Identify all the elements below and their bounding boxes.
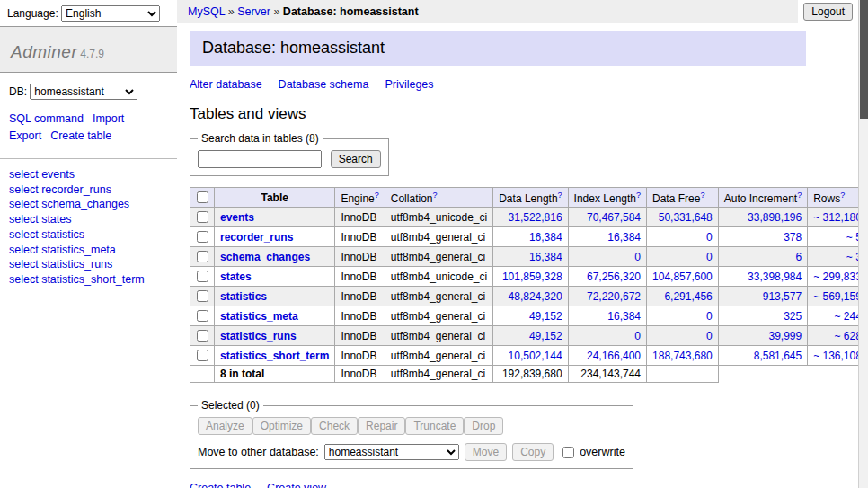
help-link[interactable]: ? — [558, 192, 562, 205]
link-alter-database[interactable]: Alter database — [190, 78, 262, 91]
data-free-link[interactable]: 0 — [706, 251, 713, 263]
sidebar-link-create-table[interactable]: Create table — [50, 129, 111, 142]
rows-link[interactable]: ~ 312,180 — [813, 211, 862, 224]
index-length-link[interactable]: 67,256,320 — [587, 271, 641, 283]
data-free-link[interactable]: 0 — [706, 231, 713, 244]
data-length-link[interactable]: 101,859,328 — [502, 271, 562, 283]
language-select[interactable]: English — [61, 5, 160, 22]
sidebar-link-import[interactable]: Import — [93, 112, 124, 125]
analyze-button[interactable]: Analyze — [198, 417, 252, 435]
data-length-link[interactable]: 10,502,144 — [509, 350, 562, 362]
table-link-events[interactable]: events — [220, 211, 254, 224]
row-checkbox-schema-changes[interactable] — [197, 251, 208, 262]
move-db-select[interactable]: homeassistant — [324, 444, 459, 460]
logout-button[interactable]: Logout — [803, 3, 853, 21]
overwrite-checkbox[interactable] — [562, 447, 574, 458]
auto-increment-link[interactable]: 378 — [784, 231, 802, 244]
table-link-schema-changes[interactable]: schema_changes — [220, 251, 310, 263]
search-button[interactable]: Search — [331, 150, 381, 168]
breadcrumb-link-mysql[interactable]: MySQL — [188, 5, 225, 18]
sidebar-item-select-states[interactable]: select states — [9, 213, 71, 226]
rows-link[interactable]: ~ 299,833 — [813, 271, 862, 283]
totals-empty — [718, 366, 807, 383]
sidebar-item-select-statistics[interactable]: select statistics — [9, 228, 84, 241]
data-free-link[interactable]: 0 — [706, 330, 713, 342]
index-length-link[interactable]: 0 — [634, 330, 641, 342]
help-link[interactable]: ? — [797, 192, 802, 205]
rows-link[interactable]: ~ 136,108 — [813, 350, 862, 362]
link-database-schema[interactable]: Database schema — [279, 78, 369, 91]
auto-increment-link[interactable]: 325 — [784, 310, 802, 323]
sidebar-item-select-statistics-meta[interactable]: select statistics_meta — [9, 244, 116, 256]
help-link[interactable]: ? — [700, 192, 704, 205]
sidebar-link-sql-command[interactable]: SQL command — [9, 112, 84, 125]
sidebar-item-select-recorder-runs[interactable]: select recorder_runs — [9, 183, 111, 196]
breadcrumb-link-server[interactable]: Server — [237, 5, 270, 18]
row-checkbox-states[interactable] — [197, 271, 208, 282]
app-name[interactable]: Adminer — [11, 42, 77, 61]
data-length-link[interactable]: 16,384 — [529, 251, 562, 263]
data-length-link[interactable]: 31,522,816 — [509, 211, 562, 224]
index-length-link[interactable]: 16,384 — [607, 310, 641, 323]
select-all-checkbox[interactable] — [197, 191, 208, 203]
auto-increment-link[interactable]: 33,898,196 — [748, 211, 802, 224]
sidebar-item-select-statistics-runs[interactable]: select statistics_runs — [9, 258, 112, 271]
index-length-link[interactable]: 0 — [634, 251, 641, 263]
scrollbar[interactable] — [858, 0, 868, 488]
row-checkbox-recorder-runs[interactable] — [197, 231, 208, 243]
rows-link[interactable]: ~ 569,159 — [813, 290, 862, 303]
data-length-link[interactable]: 48,824,320 — [509, 290, 562, 303]
table-link-recorder-runs[interactable]: recorder_runs — [220, 231, 293, 244]
table-link-states[interactable]: states — [220, 271, 252, 283]
sidebar-item-select-events[interactable]: select events — [9, 168, 75, 181]
data-length-link[interactable]: 49,152 — [529, 330, 562, 342]
db-select[interactable]: homeassistant — [30, 84, 137, 100]
link-create-table[interactable]: Create table — [190, 482, 251, 488]
table-link-statistics[interactable]: statistics — [220, 290, 267, 303]
link-privileges[interactable]: Privileges — [385, 78, 433, 91]
move-button[interactable]: Move — [465, 443, 507, 461]
row-checkbox-statistics[interactable] — [197, 290, 208, 302]
help-link[interactable]: ? — [375, 192, 379, 205]
auto-increment-link[interactable]: 6 — [795, 251, 802, 263]
data-free-link[interactable]: 6,291,456 — [664, 290, 712, 303]
repair-button[interactable]: Repair — [358, 417, 405, 435]
data-free-link[interactable]: 0 — [706, 310, 713, 323]
data-free-link[interactable]: 104,857,600 — [652, 271, 713, 283]
index-length-link[interactable]: 72,220,672 — [587, 290, 641, 303]
index-length-link[interactable]: 24,166,400 — [587, 350, 641, 362]
auto-increment-link[interactable]: 33,398,984 — [748, 271, 802, 283]
drop-button[interactable]: Drop — [464, 417, 503, 435]
optimize-button[interactable]: Optimize — [252, 417, 311, 435]
auto-increment-link[interactable]: 913,577 — [763, 290, 802, 303]
table-link-statistics-meta[interactable]: statistics_meta — [220, 310, 298, 323]
index-length-link[interactable]: 16,384 — [607, 231, 641, 244]
row-checkbox-events[interactable] — [197, 211, 208, 223]
data-free-link[interactable]: 188,743,680 — [652, 350, 713, 362]
help-link[interactable]: ? — [840, 192, 845, 205]
list-item: select schema_changes — [9, 198, 168, 211]
auto-increment-link[interactable]: 8,581,645 — [754, 350, 802, 362]
data-free-link[interactable]: 50,331,648 — [659, 211, 713, 224]
truncate-button[interactable]: Truncate — [405, 417, 464, 435]
link-create-view[interactable]: Create view — [267, 482, 326, 488]
check-button[interactable]: Check — [311, 417, 358, 435]
copy-button[interactable]: Copy — [512, 443, 554, 461]
table-link-statistics-short-term[interactable]: statistics_short_term — [220, 350, 329, 362]
sidebar-item-select-schema-changes[interactable]: select schema_changes — [9, 198, 129, 210]
row-checkbox-statistics-runs[interactable] — [197, 330, 208, 342]
scrollbar-thumb[interactable] — [860, 0, 868, 119]
help-link[interactable]: ? — [432, 192, 437, 205]
table-link-statistics-runs[interactable]: statistics_runs — [220, 330, 297, 342]
sidebar-link-export[interactable]: Export — [9, 129, 41, 142]
row-checkbox-statistics-short-term[interactable] — [197, 350, 208, 361]
data-length-link[interactable]: 49,152 — [529, 310, 562, 323]
help-link[interactable]: ? — [636, 192, 641, 205]
sidebar-item-select-statistics-short-term[interactable]: select statistics_short_term — [9, 273, 145, 286]
search-input[interactable] — [198, 150, 322, 168]
data-length-link[interactable]: 16,384 — [529, 231, 562, 244]
auto-increment-link[interactable]: 39,999 — [768, 330, 802, 342]
index-length-link[interactable]: 70,467,584 — [587, 211, 641, 224]
row-checkbox-statistics-meta[interactable] — [197, 310, 208, 322]
column-header-auto-increment: Auto Increment? — [718, 188, 807, 208]
